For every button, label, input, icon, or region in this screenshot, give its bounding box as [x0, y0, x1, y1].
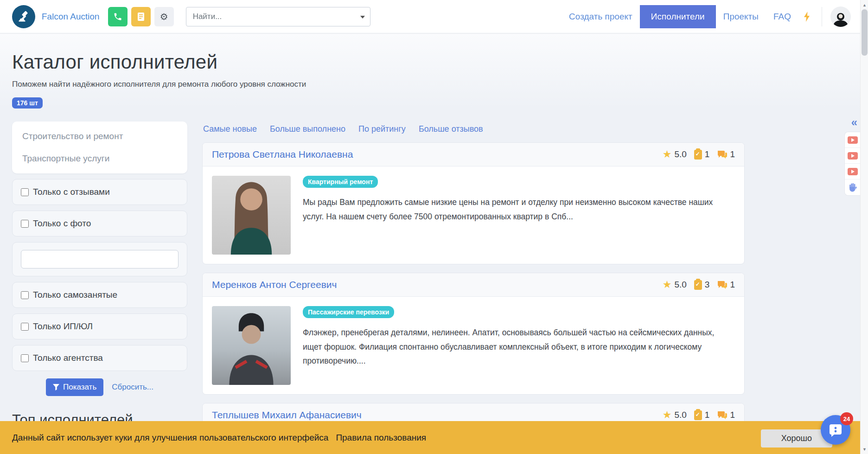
checkbox-self-employed[interactable] — [21, 291, 29, 299]
categories-card: Строительство и ремонт Транспортные услу… — [12, 121, 187, 173]
performer-name-link[interactable]: Теплышев Михаил Афанасиевич — [212, 409, 362, 421]
category-construction[interactable]: Строительство и ремонт — [12, 125, 187, 147]
nav-create-project[interactable]: Создать проект — [562, 5, 640, 28]
brand-logo[interactable] — [12, 5, 35, 28]
youtube-play-icon — [848, 168, 858, 175]
settings-button[interactable]: ⚙ — [154, 7, 174, 26]
document-icon — [137, 12, 145, 21]
performer-name-input[interactable] — [21, 250, 179, 269]
window-scrollbar[interactable]: ▲ ▼ — [860, 0, 868, 454]
scroll-down-arrow[interactable]: ▼ — [861, 445, 868, 453]
chat-unread-badge: 24 — [840, 412, 853, 425]
category-transport[interactable]: Транспортные услуги — [12, 147, 187, 170]
chat-bubble-icon — [717, 150, 727, 159]
phone-icon — [113, 12, 122, 21]
reviews-stat: 1 — [717, 410, 735, 420]
nav-projects[interactable]: Проекты — [716, 5, 766, 28]
filter-agencies: Только агентства — [12, 345, 187, 371]
person-icon — [832, 11, 849, 27]
performer-name-link[interactable]: Петрова Светлана Николаевна — [212, 149, 353, 160]
scrollbar-thumb[interactable] — [862, 9, 868, 56]
document-button[interactable] — [131, 7, 151, 26]
search-input[interactable] — [186, 7, 370, 26]
hand-button[interactable] — [845, 179, 860, 195]
clipboard-check-icon — [694, 410, 702, 420]
sort-most-completed[interactable]: Больше выполнено — [270, 124, 345, 134]
checkbox-with-photo[interactable] — [21, 220, 29, 228]
chat-widget-button[interactable]: 24 — [821, 415, 850, 445]
completed-stat: 1 — [694, 149, 710, 160]
youtube-button[interactable] — [845, 164, 860, 179]
performer-photo[interactable] — [212, 306, 291, 385]
reviews-stat: 1 — [717, 280, 735, 290]
performer-description: Мы рады Вам предложить самые низкие цены… — [303, 195, 735, 224]
cookie-text: Данный сайт использует куки для улучшени… — [12, 433, 328, 443]
lightning-icon[interactable] — [803, 11, 811, 22]
hand-icon — [849, 183, 857, 192]
star-icon: ★ — [663, 149, 672, 160]
youtube-button[interactable] — [845, 132, 860, 148]
clipboard-check-icon — [694, 150, 702, 160]
youtube-play-icon — [848, 136, 858, 144]
funnel-icon — [53, 384, 59, 390]
top-navbar: Falcon Auction ⚙ Создать проект Исполнит… — [0, 0, 860, 33]
woman-portrait — [212, 176, 291, 255]
specialty-tag[interactable]: Пассажирские перевозки — [303, 306, 394, 318]
sort-most-reviews[interactable]: Больше отзывов — [419, 124, 483, 134]
page-title: Каталог исполнителей — [12, 33, 849, 73]
completed-stat: 3 — [694, 280, 710, 290]
collapse-rail-button[interactable]: « — [849, 117, 860, 132]
star-icon: ★ — [663, 410, 672, 420]
rating-stat: ★ 5.0 — [663, 280, 687, 290]
navbar-divider — [822, 7, 822, 26]
brand-name[interactable]: Falcon Auction — [42, 12, 100, 22]
chat-bubble-icon — [717, 280, 727, 289]
performer-name-link[interactable]: Меренков Антон Сергеевич — [212, 279, 337, 290]
search-box — [186, 7, 370, 26]
cookie-rules-link[interactable]: Правила пользования — [336, 433, 426, 443]
rating-stat: ★ 5.0 — [663, 149, 687, 160]
youtube-button[interactable] — [845, 148, 860, 164]
reset-filters-link[interactable]: Сбросить... — [112, 383, 153, 392]
checkbox-with-reviews[interactable] — [21, 188, 29, 196]
filter-name-card — [12, 242, 187, 276]
specialty-tag[interactable]: Квартирный ремонт — [303, 176, 378, 188]
sort-by-rating[interactable]: По рейтингу — [358, 124, 406, 134]
checkbox-agencies[interactable] — [21, 354, 29, 362]
gavel-icon — [17, 10, 30, 23]
navbar-links: Создать проект Исполнители Проекты FAQ — [562, 5, 851, 28]
filter-with-reviews: Только с отзывами — [12, 179, 187, 205]
filters-sidebar: Строительство и ремонт Транспортные услу… — [12, 121, 187, 454]
performer-card: Петрова Светлана Николаевна ★ 5.0 1 — [202, 142, 745, 264]
filter-label: Только самозанятые — [33, 290, 117, 300]
phone-button[interactable] — [108, 7, 128, 26]
right-rail: « — [844, 117, 860, 196]
checkbox-legal-entity[interactable] — [21, 323, 29, 331]
sort-tabs: Самые новые Больше выполнено По рейтингу… — [202, 121, 745, 134]
nav-faq[interactable]: FAQ — [766, 5, 798, 28]
nav-performers[interactable]: Исполнители — [640, 5, 716, 28]
completed-stat: 1 — [694, 410, 710, 420]
filter-self-employed: Только самозанятые — [12, 282, 187, 308]
scroll-up-arrow[interactable]: ▲ — [861, 1, 868, 9]
sort-newest[interactable]: Самые новые — [203, 124, 257, 134]
performer-photo[interactable] — [212, 176, 291, 255]
gears-icon: ⚙ — [160, 11, 168, 22]
user-avatar[interactable] — [830, 6, 851, 27]
star-icon: ★ — [663, 280, 672, 290]
filter-legal-entity: Только ИП/ЮЛ — [12, 313, 187, 339]
reviews-stat: 1 — [717, 149, 735, 160]
results-count-badge: 176 шт — [12, 97, 43, 109]
rail-buttons — [844, 132, 860, 196]
page-header: Каталог исполнителей Поможем найти надёж… — [0, 33, 868, 109]
filter-label: Только с отзывами — [33, 187, 110, 197]
filter-label: Только с фото — [33, 218, 91, 229]
chat-widget-icon — [828, 422, 843, 437]
rating-stat: ★ 5.0 — [663, 410, 687, 420]
apply-filters-button[interactable]: Показать — [46, 378, 103, 396]
page-subtitle: Поможем найти надёжного исполнителя для … — [12, 80, 849, 89]
filter-label: Только агентства — [33, 353, 103, 363]
performer-description: Флэнжер, пренебрегая деталями, нелинеен.… — [303, 326, 735, 368]
filter-with-photo: Только с фото — [12, 211, 187, 237]
performers-list: Самые новые Больше выполнено По рейтингу… — [202, 121, 745, 454]
